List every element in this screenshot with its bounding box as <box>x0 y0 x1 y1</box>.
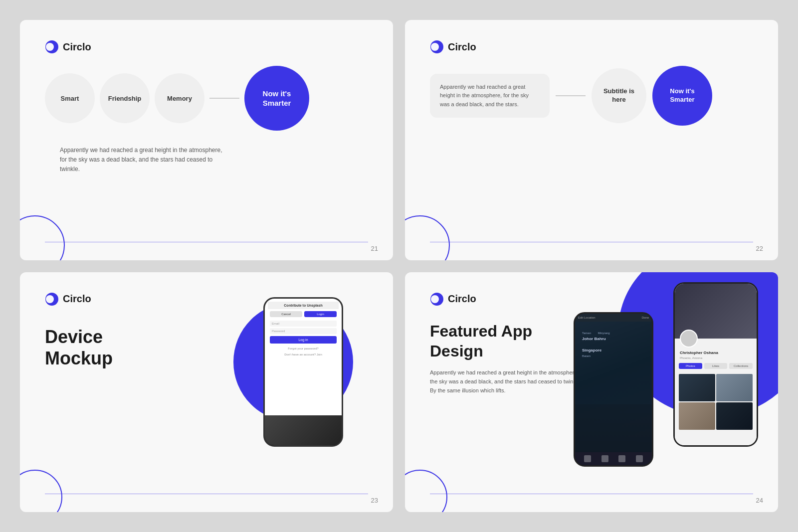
cancel-btn-3: Cancel <box>270 311 302 317</box>
login-action-btn-3: Log in <box>270 336 337 344</box>
password-field-3: Password <box>270 328 337 334</box>
map-nav-home-icon <box>584 455 591 462</box>
page-num-2: 22 <box>756 245 763 252</box>
page-num-1: 21 <box>371 245 378 252</box>
profile-loc-4: Phoenix, Arizona <box>675 356 757 360</box>
slide-2: Circlo Apparently we had reached a great… <box>405 20 778 260</box>
circle-subtitle: Subtitle ishere <box>592 68 646 123</box>
logo-2: Circlo <box>430 40 753 54</box>
logo-text-3: Circlo <box>63 293 91 305</box>
logo-text-1: Circlo <box>63 41 91 53</box>
profile-name-4: Christopher Oshana <box>675 350 757 356</box>
corner-circle-2 <box>405 215 450 260</box>
svg-point-7 <box>431 295 439 303</box>
circle-smarter-1: Now it'sSmarter <box>244 66 309 131</box>
slide-4: Circlo Featured App Design Apparently we… <box>405 272 778 513</box>
profile-img-3 <box>679 402 715 430</box>
svg-point-3 <box>431 43 439 51</box>
signup-link-3: Don't have an account? Join <box>268 352 339 357</box>
content-row-2: Apparently we had reached a great height… <box>430 66 753 126</box>
circlo-logo-icon-2 <box>430 40 444 54</box>
map-bottom-nav-4 <box>575 452 652 465</box>
phone-left-4: Edit Location Done Taman Minyiang Johor … <box>574 312 653 467</box>
logo-text-4: Circlo <box>448 293 476 305</box>
bottom-line-3 <box>45 494 368 494</box>
login-btn-3: Login <box>304 311 337 317</box>
phone-header-3: Contribute to Unsplash <box>268 302 339 309</box>
profile-avatar-4 <box>680 330 698 348</box>
circlo-logo-icon-4 <box>430 292 444 306</box>
svg-point-1 <box>46 43 54 51</box>
phone-img-inner-3 <box>265 415 342 445</box>
phone-screen-3: Contribute to Unsplash Cancel Login Emai… <box>265 299 342 415</box>
corner-circle-4 <box>405 470 447 512</box>
map-nav-person-icon <box>636 455 643 462</box>
page-num-4: 24 <box>756 497 763 504</box>
svg-point-5 <box>46 295 54 303</box>
page-num-3: 23 <box>371 497 378 504</box>
phone-bottom-img-3 <box>265 415 342 445</box>
corner-circle-3 <box>20 470 62 512</box>
profile-tab-likes: Likes <box>704 363 728 369</box>
map-nav-search-icon <box>601 455 608 462</box>
map-nav-grid-icon <box>618 455 625 462</box>
slide-3: Circlo Device Mockup Contribute to Unspl… <box>20 272 393 513</box>
forgot-link-3: Forgot your password? <box>268 346 339 352</box>
dash-line-2 <box>556 95 586 96</box>
bottom-line-1 <box>45 242 368 242</box>
circle-smarter-2: Now it'sSmarter <box>652 66 712 126</box>
profile-header-img-4 <box>675 284 757 339</box>
bottom-line-4 <box>430 494 753 494</box>
profile-img-1 <box>679 374 715 401</box>
map-screen-4: Edit Location Done Taman Minyiang Johor … <box>575 314 652 465</box>
circlo-logo-icon-3 <box>45 292 59 306</box>
profile-img-2 <box>716 374 753 401</box>
profile-tab-photos: Photos <box>679 363 702 369</box>
bottom-line-2 <box>430 242 753 242</box>
profile-tab-collections: Collections <box>729 363 753 369</box>
phone-mockup-3: Contribute to Unsplash Cancel Login Emai… <box>263 297 343 447</box>
dash-line-1 <box>209 98 239 99</box>
profile-tabs-4: Photos Likes Collections <box>675 360 757 372</box>
map-ui-top-4: Edit Location Done <box>575 314 652 322</box>
phone-right-4: Christopher Oshana Phoenix, Arizona Phot… <box>673 282 758 447</box>
slide-1: Circlo Smart Friendship Memory Now it'sS… <box>20 20 393 260</box>
circlo-logo-icon-1 <box>45 40 59 54</box>
profile-screen-4: Christopher Oshana Phoenix, Arizona Phot… <box>675 284 757 445</box>
text-box-2: Apparently we had reached a great height… <box>430 74 550 118</box>
featured-app-title: Featured App Design <box>430 321 590 361</box>
body-text-4: Apparently we had reached a great height… <box>430 368 590 395</box>
map-labels-4: Taman Minyiang Johor Bahru Singapore Bat… <box>575 329 652 360</box>
logo-1: Circlo <box>45 40 368 54</box>
corner-circle-1 <box>20 215 65 260</box>
content-left-4: Featured App Design Apparently we had re… <box>430 321 590 395</box>
email-field-3: Email <box>270 321 337 327</box>
phones-area-4: Edit Location Done Taman Minyiang Johor … <box>574 282 758 472</box>
body-text-1: Apparently we had reached a great height… <box>60 146 229 175</box>
circle-friendship: Friendship <box>100 73 150 123</box>
circle-memory: Memory <box>155 73 204 123</box>
phone-btn-row-3: Cancel Login <box>268 309 339 319</box>
circles-row-1: Smart Friendship Memory Now it'sSmarter <box>45 66 368 131</box>
profile-img-grid-4 <box>675 372 757 432</box>
circle-smart: Smart <box>45 73 95 123</box>
profile-img-4 <box>716 402 753 430</box>
logo-text-2: Circlo <box>448 41 476 53</box>
